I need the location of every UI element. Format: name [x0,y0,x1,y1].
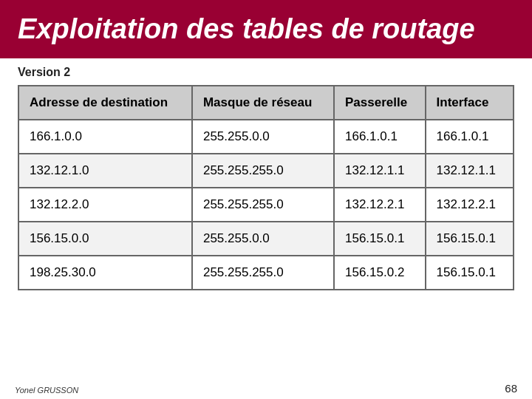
footer: Yonel GRUSSON 68 [0,378,532,399]
routing-table: Adresse de destination Masque de réseau … [18,85,514,290]
table-cell: 132.12.1.1 [426,154,514,188]
table-cell: 255.255.255.0 [192,188,334,222]
footer-author: Yonel GRUSSON [15,386,78,395]
col-header-gateway: Passerelle [334,86,426,120]
col-header-mask: Masque de réseau [192,86,334,120]
table-cell: 156.15.0.1 [426,222,514,256]
header: Exploitation des tables de routage [0,0,532,58]
table-header-row: Adresse de destination Masque de réseau … [18,86,514,120]
page: Exploitation des tables de routage Versi… [0,0,532,399]
table-cell: 156.15.0.1 [426,256,514,290]
table-row: 166.1.0.0255.255.0.0166.1.0.1166.1.0.1 [18,120,514,154]
table-row: 132.12.1.0255.255.255.0132.12.1.1132.12.… [18,154,514,188]
version-label: Version 2 [0,58,532,85]
table-cell: 156.15.0.2 [334,256,426,290]
table-cell: 255.255.0.0 [192,222,334,256]
footer-page: 68 [505,382,517,395]
table-cell: 132.12.2.1 [426,188,514,222]
table-row: 132.12.2.0255.255.255.0132.12.2.1132.12.… [18,188,514,222]
table-cell: 132.12.2.1 [334,188,426,222]
table-cell: 156.15.0.0 [18,222,192,256]
table-cell: 255.255.255.0 [192,256,334,290]
table-cell: 198.25.30.0 [18,256,192,290]
table-cell: 166.1.0.1 [334,120,426,154]
col-header-destination: Adresse de destination [18,86,192,120]
table-cell: 255.255.0.0 [192,120,334,154]
page-title: Exploitation des tables de routage [18,13,514,45]
table-cell: 132.12.1.0 [18,154,192,188]
table-container: Adresse de destination Masque de réseau … [0,85,532,378]
table-cell: 255.255.255.0 [192,154,334,188]
table-cell: 132.12.2.0 [18,188,192,222]
table-cell: 132.12.1.1 [334,154,426,188]
table-row: 156.15.0.0255.255.0.0156.15.0.1156.15.0.… [18,222,514,256]
table-cell: 166.1.0.1 [426,120,514,154]
table-row: 198.25.30.0255.255.255.0156.15.0.2156.15… [18,256,514,290]
table-cell: 156.15.0.1 [334,222,426,256]
col-header-interface: Interface [426,86,514,120]
table-cell: 166.1.0.0 [18,120,192,154]
